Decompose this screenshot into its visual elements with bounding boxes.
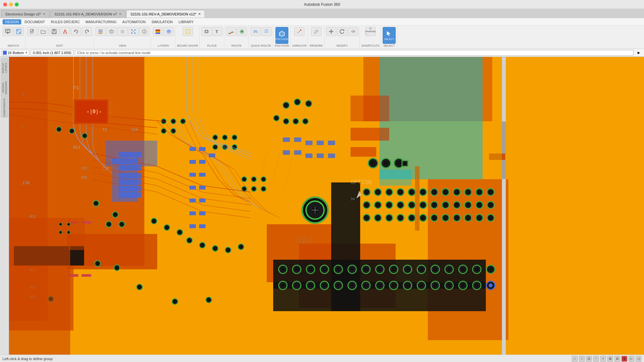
modify-move-btn[interactable] — [326, 27, 336, 36]
svg-point-42 — [185, 29, 186, 30]
close-button[interactable] — [3, 3, 7, 6]
unroute-btn[interactable] — [294, 27, 304, 36]
svg-point-265 — [263, 178, 265, 181]
app-title: Autodesk Fusion 360 — [304, 2, 340, 7]
nav-grid-btn[interactable]: ⊟ — [614, 356, 620, 362]
nav-settings-btn[interactable]: ◁ — [636, 356, 641, 362]
redo-btn[interactable] — [82, 27, 92, 36]
maximize-button[interactable] — [15, 3, 19, 6]
layer-dropdown-icon[interactable]: ▼ — [25, 51, 28, 54]
design-manager-label: DESIGN MANAGER — [2, 79, 7, 97]
switch-pcb-btn[interactable] — [14, 27, 24, 36]
tab-close-icon[interactable]: ✕ — [198, 12, 201, 16]
svg-marker-61 — [331, 33, 332, 34]
cut-btn[interactable] — [60, 27, 70, 36]
place-text-btn[interactable]: T — [212, 27, 223, 36]
new-btn[interactable] — [27, 27, 37, 36]
svg-rect-320 — [72, 118, 74, 120]
minimize-button[interactable] — [9, 3, 13, 6]
svg-text:Y1: Y1 — [73, 85, 79, 90]
display-layers-label: DISPLAY LAYERS — [2, 59, 7, 77]
nav-prev-btn[interactable]: ○ — [579, 356, 585, 362]
svg-text:Y2: Y2 — [102, 127, 107, 132]
tool-group-view: VIEW — [94, 26, 151, 48]
svg-point-383 — [397, 161, 401, 165]
view-layers-btn[interactable] — [95, 27, 106, 36]
layers-stack-btn[interactable] — [164, 27, 174, 36]
view-drc-btn[interactable] — [139, 27, 149, 36]
tab-electronics-design[interactable]: Electronics Design v2* ✕ — [1, 10, 50, 18]
svg-marker-19 — [87, 31, 89, 32]
svg-point-419 — [68, 224, 69, 225]
view-grid-btn[interactable] — [117, 27, 128, 36]
expand-btn[interactable]: ▶ — [635, 50, 643, 56]
rework-group-label: REWORK — [310, 44, 323, 47]
nav-zoom-in-btn[interactable]: + — [600, 356, 606, 362]
svg-text:C14: C14 — [131, 128, 138, 132]
route-trace-btn[interactable] — [226, 27, 236, 36]
svg-point-391 — [58, 128, 60, 131]
layer-selector[interactable]: 16 Bottom ▼ — [1, 50, 29, 56]
svg-point-187 — [364, 267, 368, 271]
svg-point-411 — [207, 299, 210, 301]
tab-schematic-v7[interactable]: S2101-101-REV-A_DEMOVERSION v7 ✕ — [50, 10, 126, 18]
board-shape-btn[interactable] — [183, 27, 193, 36]
svg-rect-424 — [415, 166, 419, 231]
menu-rules-drc[interactable]: RULES DRC/ERC — [48, 19, 82, 24]
nav-snap-btn[interactable]: ● — [621, 356, 627, 362]
left-panel: DISPLAY LAYERS DESIGN MANAGER COMPONENTS — [0, 57, 9, 355]
modify-rotate-btn[interactable] — [337, 27, 347, 36]
shortcuts-btn[interactable]: shortcuts "… — [365, 27, 376, 36]
svg-point-393 — [71, 130, 73, 132]
tab-pcb-v12[interactable]: S2101-101-REV-A_DEMOVERSION v12* ✕ — [126, 10, 205, 18]
menu-manufacturing[interactable]: MANUFACTURING — [83, 19, 119, 24]
svg-point-151 — [365, 216, 368, 219]
svg-rect-309 — [189, 211, 196, 215]
menu-document[interactable]: DOCUMENT — [22, 19, 48, 24]
svg-point-381 — [384, 161, 388, 165]
nav-zoom-out-btn[interactable]: − — [593, 356, 599, 362]
menu-simulation[interactable]: SIMULATION — [149, 19, 175, 24]
rework-btn[interactable] — [311, 27, 322, 36]
design-manager-panel-btn[interactable]: DESIGN MANAGER — [1, 78, 8, 97]
svg-point-143 — [455, 203, 458, 207]
view-group-label: VIEW — [119, 44, 126, 47]
menu-library[interactable]: LIBRARY — [176, 19, 196, 24]
pcb-canvas[interactable]: Y1 Y2 C14 R11 C17 R15 C18 _C16 R13 R17 R… — [9, 57, 644, 355]
tab-close-icon[interactable]: ✕ — [43, 12, 45, 16]
nav-zoom-fit-btn[interactable]: ⊞ — [607, 356, 613, 362]
open-btn[interactable] — [38, 27, 48, 36]
place-component-btn[interactable] — [201, 27, 212, 36]
svg-point-195 — [419, 267, 423, 271]
command-line-input[interactable]: Click or press / to activate command lin… — [75, 50, 634, 56]
polygon-btn[interactable]: POLYGON — [275, 27, 288, 44]
view-ratsnest-btn[interactable] — [128, 27, 139, 36]
save-btn[interactable] — [49, 27, 59, 36]
modify-mirror-btn[interactable] — [348, 27, 358, 36]
layers-top-btn[interactable] — [153, 27, 163, 36]
tab-bar: Electronics Design v2* ✕ S2101-101-REV-A… — [0, 9, 644, 18]
svg-point-183 — [336, 267, 340, 271]
display-layers-panel-btn[interactable]: DISPLAY LAYERS — [1, 58, 8, 78]
svg-rect-40 — [156, 33, 160, 34]
board-shape-group-label: BOARD SHAPE — [177, 44, 198, 47]
select-btn[interactable]: SELECT — [383, 27, 396, 44]
quick-route-all-btn[interactable] — [261, 27, 272, 36]
menu-automation[interactable]: AUTOMATION — [120, 19, 148, 24]
view-3d-btn[interactable] — [106, 27, 117, 36]
nav-fit-btn[interactable]: ⊡ — [586, 356, 592, 362]
svg-point-193 — [406, 267, 409, 271]
route-via-btn[interactable] — [237, 27, 247, 36]
svg-point-207 — [281, 283, 285, 287]
route-group-label: ROUTE — [231, 44, 242, 47]
svg-rect-296 — [119, 186, 141, 191]
undo-btn[interactable] — [71, 27, 81, 36]
menu-design[interactable]: DESIGN — [3, 19, 21, 24]
components-panel-btn[interactable]: COMPONENTS — [1, 98, 8, 117]
tab-close-icon[interactable]: ✕ — [119, 12, 121, 16]
svg-text:OE4: OE4 — [296, 235, 313, 246]
nav-first-btn[interactable]: ○ — [572, 356, 578, 362]
switch-schematic-btn[interactable] — [3, 27, 13, 36]
nav-measure-btn[interactable]: ▷ — [629, 356, 634, 362]
quick-route-btn[interactable] — [250, 27, 261, 36]
